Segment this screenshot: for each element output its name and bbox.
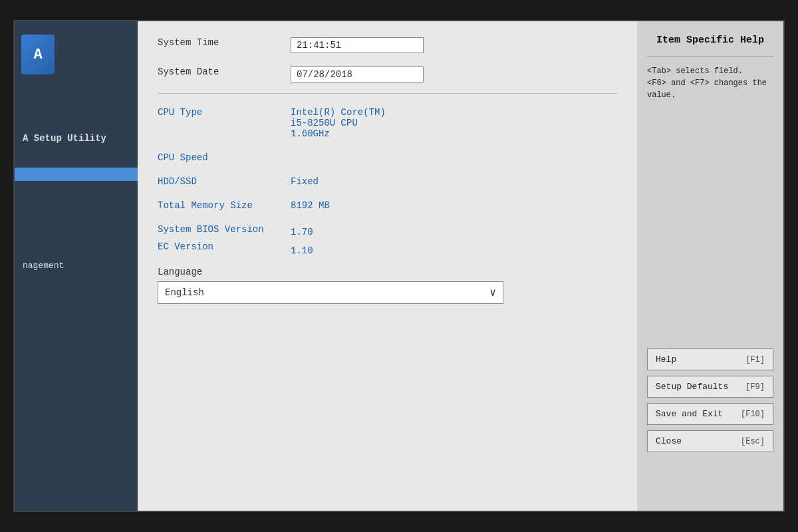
close-button-key: [Esc] — [741, 437, 765, 446]
help-text-line1: <Tab> selects field. — [647, 66, 743, 76]
language-value: English — [165, 287, 204, 298]
system-time-row: System Time — [158, 35, 617, 53]
sidebar-active-item[interactable] — [15, 168, 138, 181]
bios-value: 1.70 — [291, 224, 313, 237]
cpu-speed-row: CPU Speed — [158, 150, 617, 163]
system-date-label: System Date — [158, 64, 291, 77]
system-date-value[interactable] — [291, 64, 617, 82]
ec-value: 1.10 — [291, 243, 313, 256]
chevron-down-icon: ∨ — [489, 286, 496, 299]
sidebar-title: A Setup Utility — [15, 128, 138, 149]
sidebar-nav-item[interactable]: nagement — [15, 254, 138, 277]
setup-defaults-button[interactable]: Setup Defaults [F9] — [647, 376, 773, 398]
cpu-type-label: CPU Type — [158, 104, 291, 118]
memory-value: 8192 MB — [291, 198, 617, 211]
action-buttons: Help [F1] Setup Defaults [F9] Save and E… — [647, 348, 773, 458]
save-exit-label: Save and Exit — [656, 409, 723, 419]
system-date-input[interactable] — [291, 66, 424, 82]
help-text-line2: <F6> and <F7> changes the — [647, 78, 767, 88]
help-text: <Tab> selects field. <F6> and <F7> chang… — [647, 65, 773, 101]
bios-values: 1.70 1.10 — [291, 221, 313, 256]
hdd-label: HDD/SSD — [158, 174, 291, 187]
right-panel: Item Specific Help <Tab> selects field. … — [637, 21, 783, 511]
hdd-value: Fixed — [291, 174, 617, 187]
cpu-speed-label: CPU Speed — [158, 150, 291, 163]
help-button[interactable]: Help [F1] — [647, 348, 773, 370]
save-exit-button[interactable]: Save and Exit [F10] — [647, 403, 773, 425]
save-exit-key: [F10] — [741, 410, 765, 419]
language-label: Language — [158, 267, 617, 277]
help-title: Item Specific Help — [647, 35, 773, 46]
language-section: Language English ∨ — [158, 267, 617, 304]
system-time-label: System Time — [158, 35, 291, 48]
system-time-input[interactable] — [291, 37, 424, 53]
cpu-type-line1: Intel(R) Core(TM) — [291, 107, 617, 118]
help-button-label: Help — [656, 354, 676, 364]
system-time-value[interactable] — [291, 35, 617, 53]
cpu-speed-value — [291, 150, 617, 152]
sidebar: A A Setup Utility nagement — [15, 21, 138, 511]
cpu-type-line2: i5-8250U CPU — [291, 118, 617, 128]
memory-row: Total Memory Size 8192 MB — [158, 198, 617, 211]
close-button-label: Close — [656, 436, 682, 446]
setup-defaults-label: Setup Defaults — [656, 382, 728, 392]
bios-screen: A A Setup Utility nagement System Time S… — [13, 20, 785, 512]
help-divider — [647, 57, 773, 57]
sidebar-logo: A — [21, 35, 55, 74]
setup-defaults-key: [F9] — [745, 382, 765, 392]
cpu-type-line3: 1.60GHz — [291, 128, 617, 139]
help-text-line3: value. — [647, 90, 676, 100]
memory-label: Total Memory Size — [158, 198, 291, 211]
hdd-row: HDD/SSD Fixed — [158, 174, 617, 187]
bios-row: System BIOS Version EC Version 1.70 1.10 — [158, 221, 617, 256]
logo-letter: A — [33, 47, 42, 63]
cpu-type-value: Intel(R) Core(TM) i5-8250U CPU 1.60GHz — [291, 104, 617, 139]
close-button[interactable]: Close [Esc] — [647, 430, 773, 452]
language-select[interactable]: English ∨ — [158, 281, 503, 304]
help-button-key: [F1] — [745, 355, 765, 364]
ec-label: EC Version — [158, 239, 291, 252]
bios-labels: System BIOS Version EC Version — [158, 221, 291, 252]
cpu-type-row: CPU Type Intel(R) Core(TM) i5-8250U CPU … — [158, 104, 617, 139]
system-date-row: System Date — [158, 64, 617, 82]
section-divider-1 — [158, 93, 617, 94]
main-content: System Time System Date CPU Type Intel(R… — [138, 21, 637, 511]
bios-label: System BIOS Version — [158, 221, 291, 235]
